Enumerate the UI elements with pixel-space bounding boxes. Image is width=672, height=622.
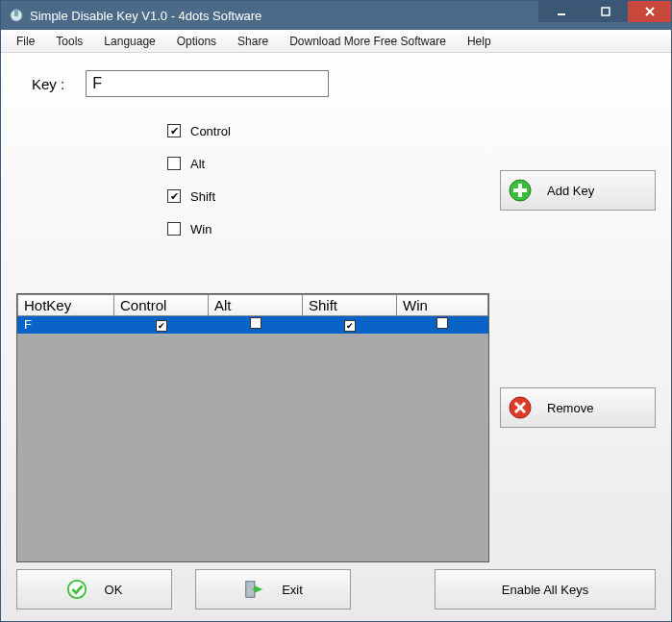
add-key-button[interactable]: Add Key [500,170,656,211]
menu-share[interactable]: Share [228,33,278,50]
add-key-label: Add Key [547,184,594,198]
exit-icon [243,579,264,600]
key-input[interactable] [86,70,329,97]
menu-download[interactable]: Download More Free Software [280,33,456,50]
cell-alt [209,316,303,334]
close-button[interactable] [627,1,671,22]
ok-label: OK [105,583,123,597]
win-label: Win [190,222,212,236]
ok-button[interactable]: OK [16,569,172,610]
menu-options[interactable]: Options [167,33,226,50]
grid-header-row: HotKey Control Alt Shift Win [18,295,488,316]
remove-button[interactable]: Remove [500,387,656,428]
shift-checkbox[interactable] [167,189,181,203]
remove-label: Remove [547,401,593,415]
win-checkbox[interactable] [167,222,181,236]
exit-label: Exit [282,583,303,597]
svg-point-12 [67,581,85,598]
cell-hotkey: F [18,316,114,334]
alt-checkbox[interactable] [167,157,181,170]
cell-shift [303,316,397,334]
minimize-button[interactable] [538,1,583,22]
enable-all-keys-button[interactable]: Enable All Keys [435,569,656,610]
svg-rect-3 [602,8,610,15]
plus-icon [509,179,532,202]
svg-rect-8 [513,188,527,192]
col-shift[interactable]: Shift [303,295,397,316]
titlebar[interactable]: Simple Disable Key V1.0 - 4dots Software [1,1,671,30]
maximize-button[interactable] [583,1,627,22]
menu-language[interactable]: Language [94,33,164,50]
table-row[interactable]: F [18,316,488,334]
shift-label: Shift [190,189,215,204]
col-hotkey[interactable]: HotKey [18,295,114,316]
remove-icon [509,396,532,419]
menu-tools[interactable]: Tools [46,33,92,50]
app-icon [9,8,24,23]
window-title: Simple Disable Key V1.0 - 4dots Software [30,9,538,23]
exit-button[interactable]: Exit [195,569,351,610]
check-icon [66,579,87,600]
app-window: Simple Disable Key V1.0 - 4dots Software… [0,0,672,622]
client-area: Key : Control Alt Shift Win [1,53,671,621]
control-label: Control [190,124,231,138]
key-row: Key : [32,70,656,97]
menubar: File Tools Language Options Share Downlo… [1,30,671,53]
enable-all-label: Enable All Keys [502,583,588,597]
menu-help[interactable]: Help [458,33,501,50]
svg-rect-15 [253,588,259,590]
key-label: Key : [32,76,64,92]
control-checkbox[interactable] [167,124,181,137]
menu-file[interactable]: File [7,33,44,50]
svg-rect-1 [14,11,18,16]
cell-win [397,316,488,334]
col-win[interactable]: Win [397,295,488,316]
alt-label: Alt [190,157,205,171]
hotkey-grid[interactable]: HotKey Control Alt Shift Win F [16,293,489,562]
col-control[interactable]: Control [114,295,209,316]
cell-control [114,316,209,334]
col-alt[interactable]: Alt [209,295,303,316]
bottom-button-bar: OK Exit Enable All Keys [16,569,656,610]
